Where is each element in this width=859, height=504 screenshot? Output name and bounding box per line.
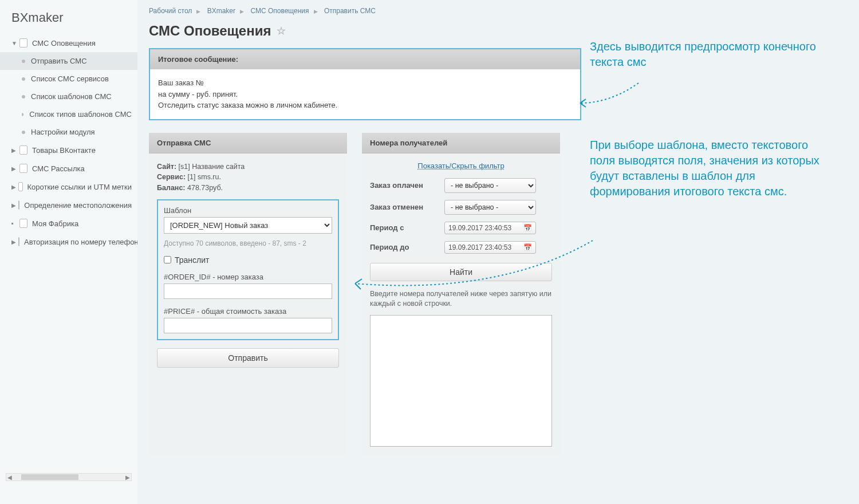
breadcrumb-link[interactable]: BXmaker [207,7,235,15]
nav-geolocation[interactable]: ▶Определение местоположения [0,196,137,214]
nav-send-sms[interactable]: Отправить СМС [0,52,137,70]
breadcrumb-link[interactable]: СМС Оповещения [250,7,309,15]
nav-sms-notifications[interactable]: ▼СМС Оповещения [0,34,137,52]
nav-tree: ▼СМС Оповещения Отправить СМС Список СМС… [0,34,137,251]
chevron-right-icon: ▶ [11,239,16,245]
filter-from-label: Период с [370,223,444,232]
translit-label: Транслит [175,255,209,265]
chevron-right-icon: ▶ [11,202,16,208]
meta-balance: Баланс: 478.73руб. [157,183,339,194]
star-icon[interactable]: ☆ [277,25,286,37]
chevron-right-icon: ▶ [11,166,17,172]
nav-sms-templates[interactable]: Список шаблонов СМС [0,88,137,105]
bullet-icon [22,131,25,134]
meta-service: Сервис: [1] sms.ru. [157,172,339,183]
filter-cancelled-label: Заказ отменен [370,203,444,211]
help-annotation-preview: Здесь выводится предпросмотр конечного т… [590,39,836,70]
bullet-icon: ■ [11,222,17,225]
scroll-left-icon[interactable]: ◀ [6,474,13,481]
nav-vk-goods[interactable]: ▶Товары ВКонтакте [0,141,137,159]
order-id-input[interactable] [164,284,332,299]
sidebar: BXmaker ▼СМС Оповещения Отправить СМС Сп… [0,0,137,504]
filter-to-label: Период до [370,243,444,251]
send-sms-panel: Отправка СМС Сайт: [s1] Название сайта С… [149,133,347,456]
chevron-down-icon: ▼ [11,40,17,46]
sms-preview-header: Итоговое сообщение: [150,49,580,69]
filter-paid-select[interactable]: - не выбрано - [444,178,536,193]
price-input[interactable] [164,318,332,333]
sms-preview-box: Итоговое сообщение: Ваш заказ № на сумму… [149,48,581,120]
folder-icon [19,38,27,48]
bullet-icon [22,113,23,116]
folder-icon [18,200,19,210]
chars-hint: Доступно 70 символов, введено - 87, sms … [164,239,332,247]
bullet-icon [22,77,25,81]
order-id-label: #ORDER_ID# - номер заказа [164,273,332,281]
folder-icon [18,237,19,246]
chevron-right-icon: ▶ [11,184,16,190]
nav-sms-mailing[interactable]: ▶СМС Рассылка [0,159,137,178]
main-content: Рабочий стол▶ BXmaker▶ СМС Оповещения▶ О… [137,0,859,504]
nav-module-settings[interactable]: Настройки модуля [0,123,137,141]
bullet-icon [22,60,25,63]
template-block: Шаблон [ORDER_NEW] Новый заказ Доступно … [157,199,339,340]
nav-sms-template-types[interactable]: Список типов шаблонов СМС [0,105,137,123]
help-annotation-template: При выборе шаблона, вместо текстового по… [590,137,836,199]
chevron-right-icon: ▶ [11,147,17,153]
nav-my-factory[interactable]: ■Моя Фабрика [0,214,137,233]
recipients-panel: Номера получателей Показать/Скрыть фильт… [362,133,560,456]
scrollbar-thumb[interactable] [21,474,78,480]
bullet-icon [22,95,25,99]
chevron-right-icon: ▶ [196,9,200,14]
nav-phone-auth[interactable]: ▶Авторизация по номеру телефона [0,233,137,251]
sms-preview-body: Ваш заказ № на сумму - руб. принят. Отсл… [150,69,580,119]
breadcrumb-link[interactable]: Рабочий стол [149,7,192,15]
meta-site: Сайт: [s1] Название сайта [157,162,339,172]
filter-cancelled-select[interactable]: - не выбрано - [444,200,536,215]
folder-icon [19,145,27,155]
scroll-right-icon[interactable]: ▶ [124,474,131,481]
price-label: #PRICE# - общая стоимость заказа [164,307,332,316]
template-label: Шаблон [164,206,332,215]
filter-to-date[interactable]: 19.09.2017 23:40:53📅 [444,241,536,254]
nav-short-links[interactable]: ▶Короткие ссылки и UTM метки [0,178,137,196]
breadcrumb-current: Отправить СМС [324,7,376,15]
filter-toggle-link[interactable]: Показать/Скрыть фильтр [370,162,552,170]
translit-checkbox[interactable] [164,256,171,263]
folder-icon [19,219,27,228]
folder-icon [18,182,23,191]
calendar-icon[interactable]: 📅 [523,243,532,251]
recipients-textarea[interactable] [370,315,552,447]
find-button[interactable]: Найти [370,263,552,281]
recipients-header: Номера получателей [362,133,560,153]
nav-sms-services[interactable]: Список СМС сервисов [0,70,137,88]
recipients-hint: Введите номера получателей ниже через за… [370,289,552,309]
filter-paid-label: Заказ оплачен [370,181,444,190]
template-select[interactable]: [ORDER_NEW] Новый заказ [164,217,332,234]
chevron-right-icon: ▶ [240,9,244,14]
breadcrumb: Рабочий стол▶ BXmaker▶ СМС Оповещения▶ О… [149,0,848,19]
send-sms-header: Отправка СМС [149,133,347,153]
filter-from-date[interactable]: 19.09.2017 23:40:53📅 [444,222,536,234]
send-button[interactable]: Отправить [157,348,339,368]
calendar-icon[interactable]: 📅 [523,224,532,232]
chevron-right-icon: ▶ [314,9,318,14]
brand-title: BXmaker [0,6,137,34]
sidebar-horizontal-scrollbar[interactable]: ◀ ▶ [6,473,132,481]
folder-icon [19,164,27,173]
